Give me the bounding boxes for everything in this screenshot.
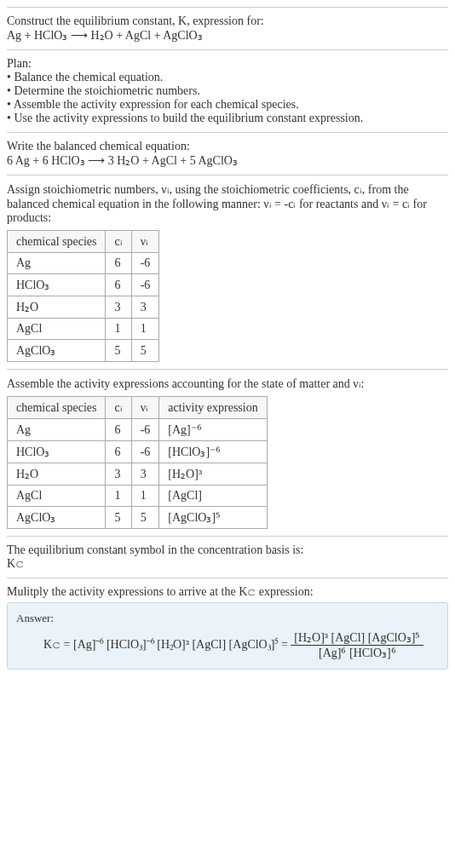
plan-title: Plan: [7,57,448,71]
balanced-section: Write the balanced chemical equation: 6 … [7,132,448,175]
cell: AgClO₃ [8,340,106,362]
cell: 3 [106,296,131,319]
cell: [AgClO₃]⁵ [159,507,267,529]
cell: 6 [106,253,131,274]
col-header: νᵢ [131,397,159,419]
cell: -6 [131,274,159,296]
table-row: AgClO₃ 5 5 [AgClO₃]⁵ [8,507,268,529]
table-row: AgCl 1 1 [AgCl] [8,486,268,507]
stoich-intro: Assign stoichiometric numbers, νᵢ, using… [7,182,448,225]
table-row: HClO₃ 6 -6 [8,274,159,296]
cell: -6 [131,253,159,274]
cell: [HClO₃]⁻⁶ [159,441,267,463]
cell: 1 [106,319,131,340]
cell: HClO₃ [8,441,106,463]
plan-section: Plan: • Balance the chemical equation. •… [7,49,448,132]
cell: [AgCl] [159,486,267,507]
symbol-line2: K𝚌 [7,557,448,571]
symbol-section: The equilibrium constant symbol in the c… [7,536,448,578]
balanced-equation: 6 Ag + 6 HClO₃ ⟶ 3 H₂O + AgCl + 5 AgClO₃ [7,153,448,168]
cell: H₂O [8,463,106,486]
activity-section: Assemble the activity expressions accoun… [7,369,448,536]
final-lhs: K𝚌 = [Ag]⁻⁶ [HClO₃]⁻⁶ [H₂O]³ [AgCl] [AgC… [43,638,288,651]
cell: Ag [8,419,106,441]
cell: AgCl [8,486,106,507]
col-header: chemical species [8,397,106,419]
table-row: Ag 6 -6 [8,253,159,274]
final-intro: Mulitply the activity expressions to arr… [7,585,448,599]
cell: 6 [106,274,131,296]
balanced-title: Write the balanced chemical equation: [7,140,448,153]
cell: H₂O [8,296,106,319]
cell: 6 [106,441,131,463]
cell: HClO₃ [8,274,106,296]
table-row: HClO₃ 6 -6 [HClO₃]⁻⁶ [8,441,268,463]
intro-equation: Ag + HClO₃ ⟶ H₂O + AgCl + AgClO₃ [7,28,448,43]
cell: 5 [131,507,159,529]
answer-box: Answer: K𝚌 = [Ag]⁻⁶ [HClO₃]⁻⁶ [H₂O]³ [Ag… [7,602,448,670]
col-header: chemical species [8,231,106,253]
cell: 3 [131,296,159,319]
plan-item: • Use the activity expressions to build … [7,112,448,125]
final-denominator: [Ag]⁶ [HClO₃]⁶ [291,646,423,660]
activity-intro: Assemble the activity expressions accoun… [7,377,448,391]
stoich-section: Assign stoichiometric numbers, νᵢ, using… [7,175,448,369]
cell: 1 [131,486,159,507]
activity-table: chemical species cᵢ νᵢ activity expressi… [7,396,268,529]
intro-section: Construct the equilibrium constant, K, e… [7,7,448,49]
cell: 5 [106,507,131,529]
cell: 1 [131,319,159,340]
table-row: AgCl 1 1 [8,319,159,340]
cell: 3 [131,463,159,486]
table-row: Ag 6 -6 [Ag]⁻⁶ [8,419,268,441]
col-header: cᵢ [106,231,131,253]
cell: 6 [106,419,131,441]
cell: AgClO₃ [8,507,106,529]
cell: [H₂O]³ [159,463,267,486]
intro-title: Construct the equilibrium constant, K, e… [7,14,448,28]
cell: 5 [106,340,131,362]
cell: -6 [131,441,159,463]
final-section: Mulitply the activity expressions to arr… [7,578,448,676]
cell: 3 [106,463,131,486]
cell: -6 [131,419,159,441]
cell: 5 [131,340,159,362]
stoich-table: chemical species cᵢ νᵢ Ag 6 -6 HClO₃ 6 -… [7,230,159,362]
plan-item: • Determine the stoichiometric numbers. [7,84,448,98]
table-header-row: chemical species cᵢ νᵢ activity expressi… [8,397,268,419]
cell: Ag [8,253,106,274]
final-numerator: [H₂O]³ [AgCl] [AgClO₃]⁵ [291,630,423,646]
table-row: H₂O 3 3 [8,296,159,319]
cell: [Ag]⁻⁶ [159,419,267,441]
symbol-line1: The equilibrium constant symbol in the c… [7,543,448,557]
cell: 1 [106,486,131,507]
answer-label: Answer: [16,612,439,625]
cell: AgCl [8,319,106,340]
plan-item: • Balance the chemical equation. [7,71,448,84]
col-header: activity expression [159,397,267,419]
table-row: H₂O 3 3 [H₂O]³ [8,463,268,486]
plan-item: • Assemble the activity expression for e… [7,98,448,112]
table-header-row: chemical species cᵢ νᵢ [8,231,159,253]
col-header: cᵢ [106,397,131,419]
final-equation: K𝚌 = [Ag]⁻⁶ [HClO₃]⁻⁶ [H₂O]³ [AgCl] [AgC… [16,630,439,660]
table-row: AgClO₃ 5 5 [8,340,159,362]
col-header: νᵢ [131,231,159,253]
final-fraction: [H₂O]³ [AgCl] [AgClO₃]⁵ [Ag]⁶ [HClO₃]⁶ [291,630,423,660]
